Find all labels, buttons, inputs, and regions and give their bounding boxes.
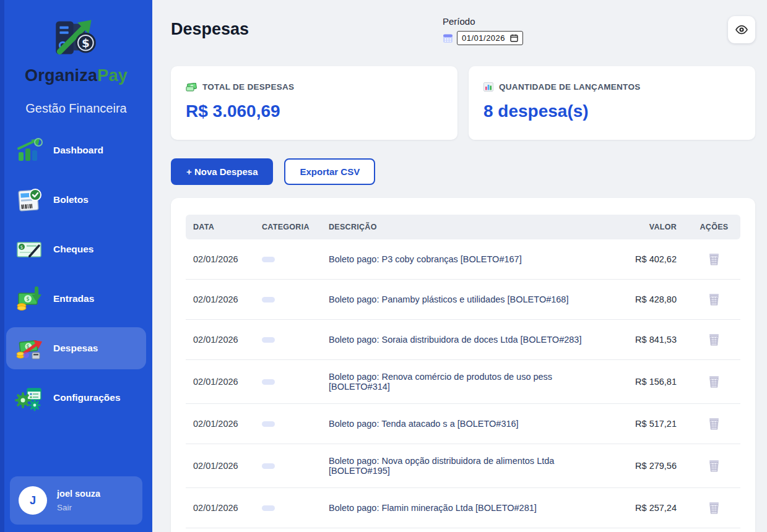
expense-description: Boleto pago: Flamin mineração Ltda [BOLE… [323, 488, 607, 528]
expense-category [256, 444, 323, 488]
expense-date: 02/01/2026 [186, 239, 256, 280]
sidebar-item-dashboard[interactable]: Dashboard [6, 129, 146, 171]
main-header: Despesas Período 01/01/2026 [171, 16, 755, 45]
expense-description: Boleto pago: SDB COMERCIO DE ALIMENTOS L… [323, 528, 607, 532]
sidebar-item-boletos[interactable]: Boletos [6, 179, 146, 221]
logout-link[interactable]: Sair [57, 503, 100, 512]
trash-icon [708, 252, 720, 265]
delete-expense-button[interactable] [707, 291, 721, 307]
bar-chart-icon [483, 82, 493, 92]
sidebar-item-label: Cheques [53, 244, 93, 255]
expense-category [256, 280, 323, 320]
bar-chart-growth-icon [15, 136, 43, 165]
banknote-icon [186, 83, 197, 92]
column-header-valor: VALOR [607, 215, 688, 239]
sidebar-item-label: Entradas [53, 293, 94, 304]
sidebar-item-configuracoes[interactable]: Configurações [6, 377, 146, 419]
ledger-growth-arrow-dollar-logo: $ [50, 11, 103, 64]
table-row: 02/01/2026 Boleto pago: Renova comércio … [186, 360, 740, 404]
expense-date: 02/01/2026 [186, 280, 256, 320]
sidebar-edge-stripe [0, 0, 4, 532]
expense-date: 02/01/2026 [186, 360, 256, 404]
expense-date: 02/01/2026 [186, 444, 256, 488]
sidebar: $ OrganizaPay Gestão Financeira Dashboar… [0, 0, 152, 532]
delete-expense-button[interactable] [707, 332, 721, 347]
column-header-descricao: DESCRIÇÃO [323, 215, 607, 239]
export-csv-button[interactable]: Exportar CSV [284, 158, 375, 185]
delete-expense-button[interactable] [707, 374, 721, 389]
svg-text:$: $ [20, 245, 23, 250]
expenses-table: DATA CATEGORIA DESCRIÇÃO VALOR AÇÕES 02/… [186, 215, 740, 532]
expense-date: 02/01/2026 [186, 488, 256, 528]
calendar-icon [443, 33, 453, 43]
brand-name: OrganizaPay [0, 67, 152, 85]
table-row: 02/01/2026 Boleto pago: Nova opção distr… [186, 444, 740, 488]
delete-expense-button[interactable] [707, 416, 721, 431]
category-badge [262, 505, 275, 511]
trash-icon [708, 293, 720, 306]
main-content: Despesas Período 01/01/2026 [152, 0, 767, 532]
total-expenses-value: R$ 3.060,69 [186, 101, 443, 121]
sidebar-item-label: Despesas [53, 343, 98, 354]
expense-value: R$ 279,56 [607, 444, 688, 488]
table-row: 02/01/2026 Boleto pago: Tenda atacado s … [186, 404, 740, 444]
expenses-table-card: DATA CATEGORIA DESCRIÇÃO VALOR AÇÕES 02/… [171, 198, 755, 532]
expense-description: Boleto pago: Panamby plásticos e utilida… [323, 280, 607, 320]
trash-icon [708, 333, 720, 346]
brand-subtitle: Gestão Financeira [0, 101, 152, 116]
expense-value: R$ 156,81 [607, 360, 688, 404]
avatar: J [19, 486, 47, 515]
expense-category [256, 360, 323, 404]
trash-icon [708, 501, 720, 514]
visibility-toggle-button[interactable] [728, 16, 755, 43]
expense-description: Boleto pago: Nova opção distribuidora de… [323, 444, 607, 488]
delete-expense-button[interactable] [707, 500, 721, 515]
table-header-row: DATA CATEGORIA DESCRIÇÃO VALOR AÇÕES [186, 215, 740, 239]
delete-expense-button[interactable] [707, 251, 721, 267]
expense-value: R$ 428,80 [607, 280, 688, 320]
expense-category [256, 488, 323, 528]
expense-category [256, 320, 323, 360]
expense-description: Boleto pago: Tenda atacado s a [BOLETO#3… [323, 404, 607, 444]
table-row: 02/01/2026 Boleto pago: SDB COMERCIO DE … [186, 528, 740, 532]
expense-category [256, 528, 323, 532]
user-name: joel souza [57, 489, 100, 499]
sidebar-item-label: Dashboard [53, 145, 103, 156]
column-header-acoes: AÇÕES [688, 215, 740, 239]
total-expenses-card: TOTAL DE DESPESAS R$ 3.060,69 [171, 66, 457, 140]
date-picker-icon[interactable] [510, 34, 518, 42]
category-badge [262, 337, 275, 343]
page-title: Despesas [171, 16, 443, 39]
table-row: 02/01/2026 Boleto pago: P3 coby cobrança… [186, 239, 740, 280]
expense-value: R$ 176,92 [607, 528, 688, 532]
user-card: J joel souza Sair [10, 476, 142, 525]
expense-date: 02/01/2026 [186, 320, 256, 360]
entry-count-card: QUANTIDADE DE LANÇAMENTOS 8 despesa(s) [469, 66, 755, 140]
sidebar-item-despesas[interactable]: $ Despesas [6, 327, 146, 369]
sidebar-item-label: Configurações [53, 392, 121, 403]
period-date-value: 01/01/2026 [462, 33, 505, 43]
eye-icon [735, 23, 748, 36]
money-in-icon: $ [15, 285, 43, 313]
expense-description: Boleto pago: Soraia distribuidora de doc… [323, 320, 607, 360]
expense-value: R$ 517,21 [607, 404, 688, 444]
category-badge [262, 463, 275, 469]
sidebar-item-cheques[interactable]: $ Cheques [6, 228, 146, 270]
category-badge [262, 297, 275, 302]
column-header-categoria: CATEGORIA [256, 215, 323, 239]
delete-expense-button[interactable] [707, 458, 721, 473]
category-badge [262, 257, 275, 262]
gears-icon [15, 384, 43, 412]
table-row: 02/01/2026 Boleto pago: Soraia distribui… [186, 320, 740, 360]
total-expenses-label: TOTAL DE DESPESAS [202, 82, 294, 92]
column-header-data: DATA [186, 215, 256, 239]
category-badge [262, 379, 275, 385]
expense-value: R$ 841,53 [607, 320, 688, 360]
table-row: 02/01/2026 Boleto pago: Flamin mineração… [186, 488, 740, 528]
period-date-input[interactable]: 01/01/2026 [457, 31, 523, 45]
new-expense-button[interactable]: + Nova Despesa [171, 158, 273, 185]
sidebar-item-entradas[interactable]: $ Entradas [6, 278, 146, 320]
sidebar-item-label: Boletos [53, 194, 89, 205]
expense-date: 02/01/2026 [186, 404, 256, 444]
sidebar-nav: Dashboard Boletos $ [0, 129, 152, 476]
